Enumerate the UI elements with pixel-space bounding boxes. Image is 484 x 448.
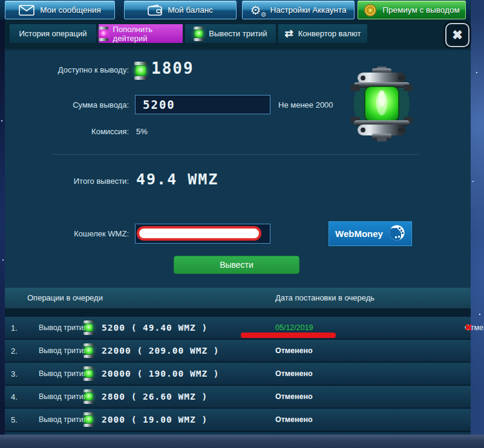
row-amount: 2000 ( 19.00 WMZ ) xyxy=(102,415,208,424)
table-row: 2. Вывод трития 22000 ( 209.00 WMZ ) Отм… xyxy=(5,340,471,362)
tritium-icon xyxy=(134,62,147,80)
gear-icon: ⚙ ⚙ xyxy=(250,3,264,18)
wallet-field[interactable] xyxy=(135,224,270,244)
tab-withdraw-tritium-label: Вывести тритий xyxy=(209,29,267,38)
tritium-icon xyxy=(83,343,94,358)
nav-premium-button[interactable]: Премиум с выводом xyxy=(358,1,466,19)
bottom-bar xyxy=(0,435,484,448)
row-amount: 22000 ( 209.00 WMZ ) xyxy=(102,346,220,355)
nav-settings-button[interactable]: ⚙ ⚙ Настройки Аккаунта xyxy=(242,1,355,19)
tritium-icon xyxy=(83,320,94,335)
row-status: Отменено xyxy=(275,415,313,424)
row-operation-label: Вывод трития xyxy=(39,369,87,378)
amount-label: Сумма вывода: xyxy=(5,100,129,109)
table-row: 5. Вывод трития 2000 ( 19.00 WMZ ) Отмен… xyxy=(5,409,471,430)
tab-history-label: История операций xyxy=(19,29,87,38)
close-button[interactable]: ✖ xyxy=(445,23,469,47)
row-number: 1. xyxy=(11,323,18,333)
row-number: 4. xyxy=(11,392,18,401)
row-amount: 20000 ( 190.00 WMZ ) xyxy=(102,369,220,378)
row-status: Отменено xyxy=(275,392,313,401)
window: Мои сообщения Мой баланс ⚙ ⚙ Настройки А… xyxy=(0,0,484,448)
commission-value: 5% xyxy=(136,127,148,136)
minimum-hint: Не менее 2000 xyxy=(278,100,333,109)
envelope-icon xyxy=(19,5,34,16)
available-label: Доступно к выводу: xyxy=(5,65,129,74)
row-amount: 2800 ( 26.60 WMZ ) xyxy=(102,392,208,401)
row-number: 2. xyxy=(11,346,18,355)
nav-premium-label: Премиум с выводом xyxy=(382,5,459,15)
row-status: 05/12/2019 xyxy=(275,323,313,332)
tritium-icon xyxy=(83,389,94,404)
row-status: Отменено xyxy=(275,346,313,355)
red-underline-annotation xyxy=(241,333,336,338)
webmoney-logo-icon xyxy=(388,224,405,244)
total-label: Итого вывести: xyxy=(5,177,129,186)
tab-deposit-deuterium[interactable]: Пополнить дейтерий xyxy=(99,24,183,43)
available-value: 1809 xyxy=(151,59,194,77)
swap-arrows-icon: ⇄ xyxy=(284,27,293,40)
medal-icon xyxy=(364,4,377,17)
withdraw-button-label: Вывести xyxy=(220,260,253,270)
nav-messages-label: Мои сообщения xyxy=(40,5,101,15)
amount-input[interactable] xyxy=(135,95,270,114)
row-operation-label: Вывод трития xyxy=(39,346,87,355)
row-number: 3. xyxy=(11,369,18,378)
table-row: 3. Вывод трития 20000 ( 190.00 WMZ ) Отм… xyxy=(5,363,471,385)
tritium-capsule-image xyxy=(347,67,417,144)
redaction-overlay xyxy=(137,226,261,241)
cancel-x-icon: ✖ xyxy=(465,322,473,333)
table-row: 4. Вывод трития 2800 ( 26.60 WMZ ) Отмен… xyxy=(5,386,471,407)
tab-deposit-deuterium-label: Пополнить дейтерий xyxy=(113,25,183,43)
webmoney-label: WebMoney xyxy=(335,229,383,239)
total-value: 49.4 WMZ xyxy=(136,170,218,188)
webmoney-button[interactable]: WebMoney xyxy=(329,221,412,246)
tritium-icon xyxy=(194,27,204,41)
nav-balance-button[interactable]: Мой баланс xyxy=(124,1,237,19)
nav-messages-button[interactable]: Мои сообщения xyxy=(5,1,115,19)
nav-balance-label: Мой баланс xyxy=(168,5,213,15)
wallet-icon xyxy=(148,4,162,16)
deuterium-icon xyxy=(99,27,108,41)
column-operations: Операции в очереди xyxy=(27,293,103,302)
row-operation-label: Вывод трития xyxy=(39,392,87,401)
tab-withdraw-tritium[interactable]: Вывести тритий xyxy=(185,24,276,43)
queue-table-header: Операции в очереди Дата постановки в оче… xyxy=(5,288,471,308)
table-row: 1. Вывод трития 5200 ( 49.40 WMZ ) 05/12… xyxy=(5,317,471,339)
tritium-icon xyxy=(83,412,94,427)
withdraw-button[interactable]: Вывести xyxy=(174,256,299,274)
row-status: Отменено xyxy=(275,369,313,378)
row-operation-label: Вывод трития xyxy=(39,323,87,332)
tritium-icon xyxy=(83,366,94,381)
tab-history[interactable]: История операций xyxy=(10,24,96,43)
column-date: Дата постановки в очередь xyxy=(275,293,374,302)
row-number: 5. xyxy=(11,415,18,424)
row-operation-label: Вывод трития xyxy=(39,415,87,424)
wallet-label: Кошелек WMZ: xyxy=(5,229,129,238)
tab-currency-converter[interactable]: ⇄ Конвертор валют xyxy=(278,24,367,43)
section-divider xyxy=(52,154,419,155)
queue-table-body: 1. Вывод трития 5200 ( 49.40 WMZ ) 05/12… xyxy=(5,308,471,432)
nav-settings-label: Настройки Аккаунта xyxy=(270,5,346,15)
commission-label: Комиссия: xyxy=(5,127,129,136)
tab-currency-converter-label: Конвертор валют xyxy=(298,29,361,38)
row-amount: 5200 ( 49.40 WMZ ) xyxy=(102,323,208,333)
close-icon: ✖ xyxy=(452,28,463,42)
